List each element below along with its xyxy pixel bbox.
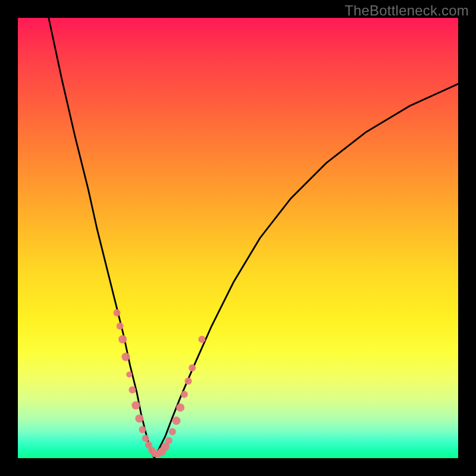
marker-point <box>117 322 124 330</box>
marker-point <box>121 353 130 361</box>
marker-point <box>142 435 149 442</box>
marker-point <box>129 386 136 393</box>
marker-point <box>172 416 180 425</box>
marker-group <box>114 309 206 458</box>
series-right-branch <box>154 84 458 458</box>
marker-point <box>169 428 176 436</box>
chart-svg <box>18 18 458 458</box>
marker-point <box>184 378 192 385</box>
marker-point <box>126 371 132 377</box>
marker-point <box>165 437 173 444</box>
marker-point <box>139 426 146 433</box>
series-left-branch <box>49 18 155 458</box>
marker-point <box>181 391 188 398</box>
marker-point <box>118 335 127 343</box>
series-group <box>49 18 458 458</box>
watermark-text: TheBottleneck.com <box>345 2 469 19</box>
chart-frame: TheBottleneck.com <box>0 0 476 476</box>
marker-point <box>135 414 143 422</box>
marker-point <box>198 336 205 343</box>
marker-point <box>114 309 121 317</box>
marker-point <box>176 403 184 412</box>
marker-point <box>131 401 140 409</box>
marker-point <box>189 364 196 371</box>
plot-area <box>18 18 458 458</box>
